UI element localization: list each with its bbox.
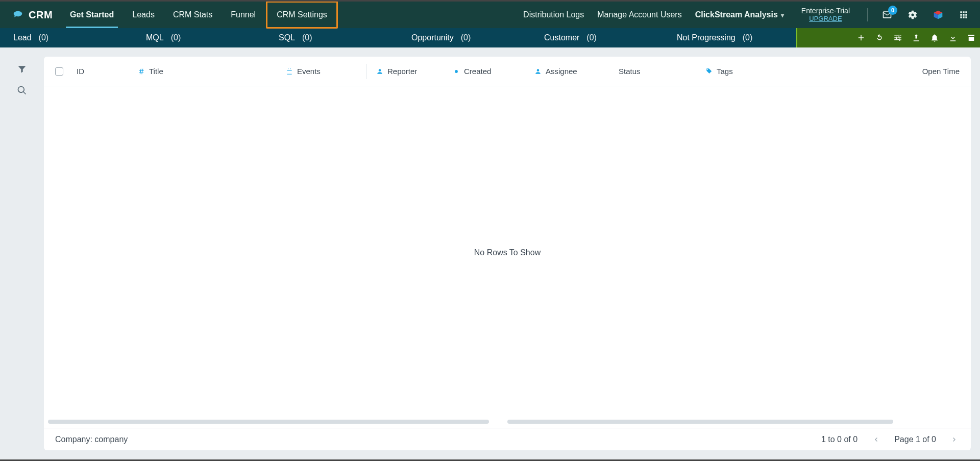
breadcrumb: Company: company	[55, 435, 128, 444]
search-icon[interactable]	[17, 85, 27, 95]
table-footer: Company: company 1 to 0 of 0 Page 1 of 0	[44, 428, 971, 450]
nav-tab-crm-settings[interactable]: CRM Settings	[266, 1, 338, 29]
refresh-icon[interactable]	[875, 33, 884, 42]
brand[interactable]: CRM	[7, 9, 58, 21]
inbox-button[interactable]: 0	[881, 9, 893, 21]
nav-tab-leads[interactable]: Leads	[123, 2, 164, 28]
stage-mql[interactable]: MQL(0)	[133, 28, 265, 47]
gear-icon	[908, 10, 918, 20]
stage-lead[interactable]: Lead(0)	[0, 28, 133, 47]
brand-logo-icon	[12, 9, 23, 20]
pager: 1 to 0 of 0 Page 1 of 0	[821, 434, 960, 445]
page-text: Page 1 of 0	[894, 435, 936, 444]
person-icon	[534, 68, 542, 75]
cube-icon	[933, 10, 943, 20]
horizontal-scrollbar[interactable]	[48, 419, 967, 425]
svg-point-3	[455, 70, 458, 73]
stage-sql[interactable]: SQL(0)	[265, 28, 398, 47]
nav-tab-crm-stats[interactable]: CRM Stats	[164, 2, 222, 28]
dropdown-clickstream-analysis[interactable]: ClickStream Analysis▾	[695, 10, 784, 19]
nav-tab-get-started[interactable]: Get Started	[61, 2, 123, 28]
range-text: 1 to 0 of 0	[821, 435, 857, 444]
inbox-badge: 0	[888, 6, 897, 15]
stage-bar: Lead(0) MQL(0) SQL(0) Opportunity(0) Cus…	[0, 28, 980, 47]
sliders-icon[interactable]	[893, 33, 902, 42]
chevron-right-icon	[950, 435, 959, 444]
apps-grid-icon	[959, 10, 969, 20]
tag-icon	[705, 68, 713, 75]
stage-opportunity[interactable]: Opportunity(0)	[398, 28, 531, 47]
top-navbar: CRM Get Started Leads CRM Stats Funnel C…	[0, 2, 980, 28]
dot-icon	[453, 68, 460, 75]
next-page-button[interactable]	[949, 434, 960, 445]
person-icon	[376, 68, 383, 75]
stage-not-progressing[interactable]: Not Progressing(0)	[664, 28, 796, 47]
link-distribution-logs[interactable]: Distribution Logs	[523, 10, 584, 19]
col-open-time[interactable]: Open Time	[802, 67, 960, 76]
upload-icon[interactable]	[912, 33, 921, 42]
prev-page-button[interactable]	[871, 434, 881, 445]
hash-icon	[138, 68, 145, 75]
col-events[interactable]: Events	[286, 67, 357, 76]
stage-actions	[796, 28, 980, 47]
upgrade-link[interactable]: UPGRADE	[801, 15, 850, 22]
col-reporter[interactable]: Reporter	[376, 67, 453, 76]
plus-icon[interactable]	[856, 33, 866, 42]
col-title[interactable]: Title	[138, 67, 286, 76]
scroll-thumb[interactable]	[48, 420, 489, 424]
account-block: Enterprise-Trial UPGRADE	[797, 7, 854, 22]
nav-right: Distribution Logs Manage Account Users C…	[523, 7, 973, 22]
apps-button[interactable]	[958, 9, 970, 21]
scroll-thumb[interactable]	[507, 420, 893, 424]
divider	[867, 8, 868, 21]
empty-state-text: No Rows To Show	[474, 248, 541, 257]
bell-icon[interactable]	[930, 33, 939, 42]
col-created[interactable]: Created	[453, 67, 534, 76]
account-tier: Enterprise-Trial	[801, 7, 850, 15]
left-sidebar	[9, 57, 35, 450]
link-manage-account-users[interactable]: Manage Account Users	[597, 10, 681, 19]
settings-button[interactable]	[906, 9, 919, 21]
content-area: ID Title Events Reporter Created Assigne…	[0, 47, 980, 459]
table-body: No Rows To Show	[44, 86, 971, 419]
calendar-icon	[286, 68, 293, 75]
brand-label: CRM	[29, 9, 53, 21]
nav-tabs: Get Started Leads CRM Stats Funnel CRM S…	[61, 2, 339, 28]
select-all-checkbox[interactable]	[55, 67, 63, 76]
filter-icon[interactable]	[17, 64, 27, 74]
archive-icon[interactable]	[967, 33, 976, 42]
data-panel: ID Title Events Reporter Created Assigne…	[44, 57, 971, 450]
nav-tab-funnel[interactable]: Funnel	[222, 2, 265, 28]
avatar-button[interactable]	[932, 9, 944, 21]
col-id[interactable]: ID	[77, 67, 138, 76]
col-assignee[interactable]: Assignee	[534, 67, 619, 76]
chevron-down-icon: ▾	[781, 12, 784, 19]
table-header: ID Title Events Reporter Created Assigne…	[44, 57, 971, 86]
stage-customer[interactable]: Customer(0)	[531, 28, 664, 47]
col-tags[interactable]: Tags	[705, 67, 802, 76]
chevron-left-icon	[872, 435, 880, 444]
download-icon[interactable]	[948, 33, 958, 42]
col-status[interactable]: Status	[619, 67, 705, 76]
